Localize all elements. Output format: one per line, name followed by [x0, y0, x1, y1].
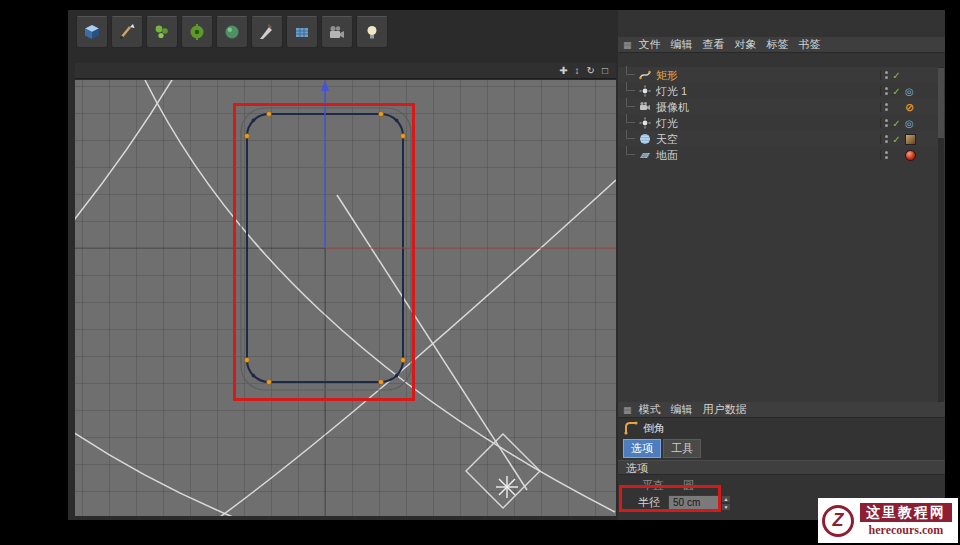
rotated-square [466, 434, 540, 508]
menu-view[interactable]: 查看 [703, 37, 725, 52]
target-tag-icon[interactable]: ◎ [905, 86, 914, 97]
knife-icon[interactable] [251, 16, 283, 48]
flat-row: 平直 圆 [618, 478, 945, 493]
tree-connector [626, 146, 635, 155]
object-row-rectangle[interactable]: 矩形 ✓ [618, 67, 945, 83]
round-label: 圆 [683, 479, 694, 491]
object-label[interactable]: 摄像机 [656, 100, 689, 115]
paint-brush-icon[interactable] [111, 16, 143, 48]
scrollbar-thumb[interactable] [938, 68, 944, 138]
watermark-logo: Z [822, 505, 854, 537]
cube-tool-icon[interactable] [76, 16, 108, 48]
section-header-options[interactable]: 选项 [618, 460, 945, 475]
menu-object[interactable]: 对象 [735, 37, 757, 52]
zoom-view-icon[interactable]: ↕ [575, 66, 580, 76]
enabled-check-icon[interactable]: ✓ [891, 118, 902, 129]
texture-tag-icon[interactable] [905, 134, 916, 145]
camera-object-icon [638, 101, 652, 113]
radius-label: 半径 [638, 495, 660, 510]
visibility-dots[interactable] [880, 150, 888, 160]
attribute-tabs: 选项 工具 [623, 439, 701, 458]
main-toolbar [76, 16, 388, 48]
protection-tag-icon[interactable]: ⊘ [905, 101, 914, 114]
visibility-dots[interactable] [880, 102, 888, 112]
watermark: Z 这里教程网 herecours.com [818, 498, 958, 543]
object-manager-gap [618, 53, 945, 67]
light-bulb-icon[interactable] [356, 16, 388, 48]
radius-stepper: ▲ ▼ [721, 495, 731, 511]
ghost-rectangle [241, 108, 411, 390]
right-panel: ▦ 文件 编辑 查看 对象 标签 书签 矩形 [618, 10, 945, 520]
menu-bookmarks[interactable]: 书签 [799, 37, 821, 52]
plane-grid-icon[interactable] [286, 16, 318, 48]
flat-label: 平直 [642, 479, 664, 491]
tab-options[interactable]: 选项 [623, 439, 661, 458]
tree-connector [626, 114, 635, 123]
rotate-view-icon[interactable]: ↻ [587, 66, 595, 76]
enabled-check-icon[interactable]: ✓ [891, 86, 902, 97]
tree-connector [626, 82, 635, 91]
object-label[interactable]: 矩形 [656, 68, 678, 83]
spline-object-icon [638, 69, 652, 81]
visibility-dots[interactable] [880, 86, 888, 96]
radius-input[interactable]: 50 cm [668, 495, 720, 510]
viewport-canvas[interactable] [75, 80, 616, 516]
camera-tool-icon[interactable] [321, 16, 353, 48]
c4d-window: ✚ ↕ ↻ □ [68, 10, 945, 520]
object-label[interactable]: 灯光 1 [656, 84, 687, 99]
menu-mode[interactable]: 模式 [639, 402, 661, 417]
stepper-up-icon[interactable]: ▲ [721, 495, 731, 503]
watermark-title: 这里教程网 [860, 503, 952, 522]
sky-object-icon [638, 133, 652, 145]
stepper-down-icon[interactable]: ▼ [721, 503, 731, 511]
arc-top-left [75, 80, 175, 225]
deformer-icon[interactable] [181, 16, 213, 48]
object-manager-menubar: ▦ 文件 编辑 查看 对象 标签 书签 [618, 37, 945, 53]
floor-object-icon [638, 149, 652, 161]
visibility-dots[interactable] [880, 134, 888, 144]
enabled-check-icon[interactable]: ✓ [891, 70, 902, 81]
construction-line [337, 195, 527, 490]
visibility-dots[interactable] [880, 118, 888, 128]
menu-edit[interactable]: 编辑 [671, 37, 693, 52]
object-list: 矩形 ✓ 灯光 1 ✓ ◎ [618, 67, 945, 403]
tree-connector [626, 98, 635, 107]
magic-wand-icon[interactable] [146, 16, 178, 48]
arc-large-circle [220, 180, 616, 516]
object-list-scrollbar[interactable] [938, 67, 944, 403]
panel-grid-icon: ▦ [623, 40, 632, 50]
enabled-check-icon[interactable]: ✓ [891, 134, 902, 145]
tree-connector [626, 66, 635, 75]
object-label[interactable]: 天空 [656, 132, 678, 147]
viewport-header: ✚ ↕ ↻ □ [75, 63, 616, 79]
menu-edit-attr[interactable]: 编辑 [671, 402, 693, 417]
object-row-light1[interactable]: 灯光 1 ✓ ◎ [618, 83, 945, 99]
light-object-icon [638, 117, 652, 129]
arc-bottom-left [75, 430, 233, 516]
object-label[interactable]: 地面 [656, 148, 678, 163]
toggle-view-icon[interactable]: □ [602, 66, 608, 76]
viewport-drawing [75, 80, 616, 516]
panel-grid-icon: ▦ [623, 405, 632, 415]
object-row-light[interactable]: 灯光 ✓ ◎ [618, 115, 945, 131]
target-tag-icon[interactable]: ◎ [905, 118, 914, 129]
visibility-dots[interactable] [880, 70, 888, 80]
asterisk-marker [496, 476, 518, 498]
tool-title: 倒角 [643, 421, 665, 436]
watermark-url: herecours.com [869, 522, 944, 539]
object-label[interactable]: 灯光 [656, 116, 678, 131]
tool-title-row: 倒角 [624, 420, 665, 437]
object-row-sky[interactable]: 天空 ✓ [618, 131, 945, 147]
menu-user-data[interactable]: 用户数据 [703, 402, 747, 417]
attribute-manager-menubar: ▦ 模式 编辑 用户数据 [618, 402, 945, 418]
object-row-floor[interactable]: 地面 [618, 147, 945, 163]
menu-file[interactable]: 文件 [639, 37, 661, 52]
material-tag-icon[interactable] [905, 150, 916, 161]
tab-tool[interactable]: 工具 [663, 439, 701, 458]
pan-view-icon[interactable]: ✚ [559, 66, 567, 76]
object-row-camera[interactable]: 摄像机 ⊘ [618, 99, 945, 115]
bevel-tool-icon [624, 421, 638, 437]
sphere-icon[interactable] [216, 16, 248, 48]
menu-tags[interactable]: 标签 [767, 37, 789, 52]
y-axis-arrow [321, 80, 329, 91]
